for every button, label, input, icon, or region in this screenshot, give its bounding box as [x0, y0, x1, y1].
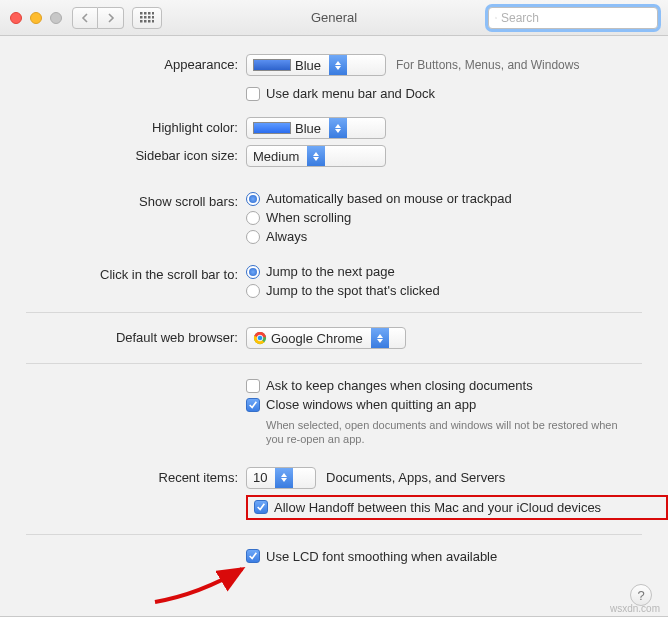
separator	[26, 534, 642, 535]
appearance-value: Blue	[295, 58, 321, 73]
highlight-label: Highlight color:	[0, 117, 246, 135]
lcd-smoothing-checkbox[interactable]	[246, 549, 260, 563]
handoff-highlight: Allow Handoff between this Mac and your …	[246, 495, 668, 520]
forward-button[interactable]	[98, 7, 124, 29]
watermark-text: wsxdn.com	[610, 603, 660, 614]
click-next-label: Jump to the next page	[266, 264, 395, 279]
minimize-window-icon[interactable]	[30, 12, 42, 24]
scroll-auto-radio[interactable]	[246, 192, 260, 206]
appearance-desc: For Buttons, Menus, and Windows	[396, 58, 579, 72]
content: Appearance: Blue For Buttons, Menus, and…	[0, 36, 668, 617]
scroll-always-radio[interactable]	[246, 230, 260, 244]
titlebar: General	[0, 0, 668, 36]
select-stepper-icon	[329, 118, 347, 138]
highlight-select[interactable]: Blue	[246, 117, 386, 139]
show-all-button[interactable]	[132, 7, 162, 29]
appearance-label: Appearance:	[0, 54, 246, 72]
svg-rect-9	[144, 20, 147, 23]
scroll-when-label: When scrolling	[266, 210, 351, 225]
zoom-window-icon[interactable]	[50, 12, 62, 24]
grid-icon	[140, 12, 154, 24]
dark-menu-checkbox[interactable]	[246, 87, 260, 101]
scrollbars-label: Show scroll bars:	[0, 191, 246, 209]
window-controls	[10, 12, 62, 24]
dark-menu-label: Use dark menu bar and Dock	[266, 86, 435, 101]
click-next-radio[interactable]	[246, 265, 260, 279]
back-button[interactable]	[72, 7, 98, 29]
search-field[interactable]	[488, 7, 658, 29]
select-stepper-icon	[329, 55, 347, 75]
close-window-icon[interactable]	[10, 12, 22, 24]
recent-label: Recent items:	[0, 467, 246, 485]
svg-rect-0	[140, 12, 143, 15]
blue-swatch-icon	[253, 59, 291, 71]
svg-rect-1	[144, 12, 147, 15]
ask-changes-label: Ask to keep changes when closing documen…	[266, 378, 533, 393]
highlight-swatch-icon	[253, 122, 291, 134]
clickscroll-label: Click in the scroll bar to:	[0, 264, 246, 282]
select-stepper-icon	[371, 328, 389, 348]
select-stepper-icon	[307, 146, 325, 166]
lcd-smoothing-label: Use LCD font smoothing when available	[266, 549, 497, 564]
svg-rect-7	[152, 16, 154, 19]
preferences-window: General Appearance: Blue For Buttons, Me…	[0, 0, 668, 617]
svg-point-12	[495, 17, 496, 18]
sidebar-value: Medium	[253, 149, 299, 164]
chrome-icon	[253, 331, 267, 345]
svg-rect-5	[144, 16, 147, 19]
annotation-arrow-icon	[150, 564, 250, 604]
handoff-label: Allow Handoff between this Mac and your …	[274, 500, 601, 515]
scroll-auto-label: Automatically based on mouse or trackpad	[266, 191, 512, 206]
nav-buttons	[72, 7, 124, 29]
appearance-select[interactable]: Blue	[246, 54, 386, 76]
select-stepper-icon	[275, 468, 293, 488]
close-windows-note: When selected, open documents and window…	[266, 418, 636, 447]
browser-select[interactable]: Google Chrome	[246, 327, 406, 349]
close-windows-checkbox[interactable]	[246, 398, 260, 412]
search-icon	[495, 12, 497, 24]
browser-label: Default web browser:	[0, 327, 246, 345]
ask-changes-checkbox[interactable]	[246, 379, 260, 393]
svg-rect-11	[152, 20, 154, 23]
scroll-when-radio[interactable]	[246, 211, 260, 225]
svg-rect-2	[148, 12, 151, 15]
chevron-right-icon	[107, 13, 115, 23]
recent-items-select[interactable]: 10	[246, 467, 316, 489]
sidebar-size-select[interactable]: Medium	[246, 145, 386, 167]
sidebar-label: Sidebar icon size:	[0, 145, 246, 163]
search-input[interactable]	[501, 11, 651, 25]
svg-rect-10	[148, 20, 151, 23]
svg-rect-4	[140, 16, 143, 19]
svg-rect-8	[140, 20, 143, 23]
recent-desc: Documents, Apps, and Servers	[326, 470, 505, 485]
browser-value: Google Chrome	[271, 331, 363, 346]
handoff-checkbox[interactable]	[254, 500, 268, 514]
highlight-value: Blue	[295, 121, 321, 136]
click-spot-label: Jump to the spot that's clicked	[266, 283, 440, 298]
svg-rect-3	[152, 12, 154, 15]
scroll-always-label: Always	[266, 229, 307, 244]
svg-line-13	[496, 18, 497, 19]
window-title: General	[311, 10, 357, 25]
svg-rect-6	[148, 16, 151, 19]
click-spot-radio[interactable]	[246, 284, 260, 298]
recent-value: 10	[253, 470, 267, 485]
chevron-left-icon	[81, 13, 89, 23]
separator	[26, 363, 642, 364]
separator	[26, 312, 642, 313]
close-windows-label: Close windows when quitting an app	[266, 397, 476, 412]
